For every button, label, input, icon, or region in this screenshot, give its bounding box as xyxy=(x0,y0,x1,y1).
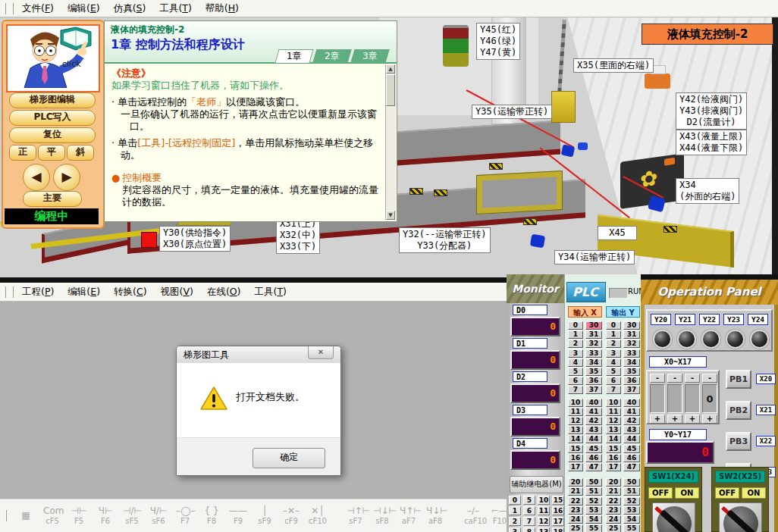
toolbar-grip[interactable] xyxy=(5,510,7,521)
plc-input-cell-37[interactable]: 37 xyxy=(585,386,602,394)
menubar-grip[interactable] xyxy=(10,286,14,298)
plc-input-cell-30[interactable]: 30 xyxy=(585,321,602,330)
thumbwheel-plus-button[interactable]: + xyxy=(685,415,700,424)
menu-item-s[interactable]: 仿真(S) xyxy=(107,1,153,17)
plc-input-cell-46[interactable]: 46 xyxy=(585,454,602,462)
view-front-button[interactable]: 正 xyxy=(9,145,36,161)
toolbar-cF9-button[interactable]: –✕–cF9 xyxy=(282,506,300,525)
scroll-down-icon[interactable]: ▼ xyxy=(386,211,395,220)
plc-input-cell-20[interactable]: 20 xyxy=(568,478,583,487)
toolbar-sF7-button[interactable]: ⊣↑⊢sF7 xyxy=(347,506,365,525)
plc-input-cell-32[interactable]: 32 xyxy=(585,340,602,348)
plc-input-cell-53[interactable]: 53 xyxy=(585,506,602,515)
thumbwheel-minus-button[interactable]: - xyxy=(667,374,682,383)
plc-input-cell-52[interactable]: 52 xyxy=(585,497,602,505)
rotate-right-button[interactable]: ▶ xyxy=(53,164,80,191)
menu-item-e[interactable]: 编辑(E) xyxy=(61,1,107,17)
plc-input-cell-12[interactable]: 12 xyxy=(568,417,583,425)
plc-input-cell-1[interactable]: 1 xyxy=(568,330,583,339)
menu-item-p[interactable]: 工程(P) xyxy=(15,284,61,300)
toolbar-sF6-button[interactable]: Ч/⊢sF6 xyxy=(149,506,168,525)
plc-input-cell-0[interactable]: 0 xyxy=(568,321,583,330)
plc-input-cell-43[interactable]: 43 xyxy=(585,426,602,434)
menu-item-t[interactable]: 工具(T) xyxy=(248,284,293,300)
toolbar-sF5-button[interactable]: ⊣/⊢sF5 xyxy=(123,506,141,525)
lesson-scrollbar[interactable]: ▲ ▼ xyxy=(385,64,396,220)
menu-item-o[interactable]: 在线(O) xyxy=(200,284,248,300)
plc-input-cell-40[interactable]: 40 xyxy=(585,399,602,407)
plc-input-cell-3[interactable]: 3 xyxy=(568,349,583,358)
menu-item-e[interactable]: 编辑(E) xyxy=(61,284,107,300)
ladder-edit-button[interactable]: 梯形图编辑 xyxy=(9,92,96,108)
plc-input-cell-36[interactable]: 36 xyxy=(585,377,602,385)
rotary-knob[interactable] xyxy=(652,502,695,532)
plc-input-cell-15[interactable]: 15 xyxy=(568,445,583,453)
thumbwheel-plus-button[interactable]: + xyxy=(650,415,665,424)
menu-item-t[interactable]: 工具(T) xyxy=(152,1,198,17)
toolbar-sF9-button[interactable]: │sF9 xyxy=(256,506,274,525)
push-button-PB3[interactable]: PB3 xyxy=(726,432,751,451)
teacher-portrait[interactable]: click xyxy=(6,24,100,92)
plc-input-cell-23[interactable]: 23 xyxy=(568,506,583,515)
thumbwheel-minus-button[interactable]: - xyxy=(650,374,665,383)
scroll-up-icon[interactable]: ▲ xyxy=(386,64,395,74)
plc-input-cell-17[interactable]: 17 xyxy=(568,463,583,471)
toolbar-cF5-button[interactable]: ComcF5 xyxy=(43,506,61,525)
plc-input-cell-45[interactable]: 45 xyxy=(585,445,602,453)
plc-input-cell-54[interactable]: 54 xyxy=(585,515,602,524)
plc-input-cell-31[interactable]: 31 xyxy=(585,330,602,339)
rotate-left-button[interactable]: ◀ xyxy=(23,164,50,191)
aux-relay-button[interactable]: 辅助继电器(M) xyxy=(510,476,563,493)
menubar-grip[interactable] xyxy=(2,286,6,298)
toolbar-F8-button[interactable]: { }F8 xyxy=(202,506,221,525)
plc-input-cell-2[interactable]: 2 xyxy=(568,340,583,348)
toolbar-aF8-button[interactable]: Ч↓⊢aF8 xyxy=(426,506,444,525)
plc-input-cell-21[interactable]: 21 xyxy=(568,487,583,496)
toolbar-cF10-button[interactable]: ✕│cF10 xyxy=(309,506,327,525)
rotary-knob[interactable] xyxy=(719,502,762,532)
menu-item-f[interactable]: 文件(F) xyxy=(15,1,61,17)
plc-input-cell-51[interactable]: 51 xyxy=(585,487,602,496)
plc-input-cell-11[interactable]: 11 xyxy=(568,408,583,416)
plc-input-cell-7[interactable]: 7 xyxy=(568,386,583,394)
plc-input-cell-35[interactable]: 35 xyxy=(585,368,602,376)
plc-input-cell-4[interactable]: 4 xyxy=(568,358,583,367)
menubar-grip[interactable] xyxy=(2,3,6,14)
toolbar-aF7-button[interactable]: Ч↑⊢aF7 xyxy=(400,506,418,525)
push-button-PB1[interactable]: PB1 xyxy=(726,370,751,389)
plc-input-cell-47[interactable]: 47 xyxy=(585,463,602,471)
plc-input-cell-10[interactable]: 10 xyxy=(568,399,583,407)
plc-input-cell-34[interactable]: 34 xyxy=(585,358,602,367)
plc-input-cell-55[interactable]: 55 xyxy=(585,524,602,532)
toolbar-F9-button[interactable]: ——F9 xyxy=(229,506,247,525)
dialog-close-button[interactable]: ✕ xyxy=(308,346,334,359)
toolbar-F6-button[interactable]: Ч⊢F6 xyxy=(96,506,115,525)
plc-input-cell-13[interactable]: 13 xyxy=(568,426,583,434)
plc-input-cell-33[interactable]: 33 xyxy=(585,349,602,358)
plc-input-cell-42[interactable]: 42 xyxy=(585,417,602,425)
tab-chapter-3[interactable]: 3章 xyxy=(350,49,389,63)
reset-button[interactable]: 复位 xyxy=(9,127,96,143)
thumbwheel-plus-button[interactable]: + xyxy=(667,415,682,424)
plc-input-cell-16[interactable]: 16 xyxy=(568,454,583,462)
push-button-PB2[interactable]: PB2 xyxy=(726,401,751,420)
dialog-ok-button[interactable]: 确定 xyxy=(253,448,325,468)
tab-chapter-2[interactable]: 2章 xyxy=(312,49,351,63)
plc-input-cell-14[interactable]: 14 xyxy=(568,435,583,443)
view-angle-button[interactable]: 斜 xyxy=(67,145,94,161)
menu-item-v[interactable]: 视图(V) xyxy=(154,284,200,300)
scroll-thumb[interactable] xyxy=(386,74,395,106)
plc-input-cell-5[interactable]: 5 xyxy=(568,368,583,376)
menubar-grip[interactable] xyxy=(10,3,14,14)
thumbwheel-minus-button[interactable]: - xyxy=(685,374,700,383)
plc-input-cell-22[interactable]: 22 xyxy=(568,497,583,505)
toolbar-caF10-button[interactable]: –∕–caF10 xyxy=(464,506,482,525)
plc-input-cell-50[interactable]: 50 xyxy=(585,478,602,487)
thumbwheel-minus-button[interactable]: - xyxy=(702,374,717,383)
plc-input-cell-44[interactable]: 44 xyxy=(585,435,602,443)
plc-input-cell-6[interactable]: 6 xyxy=(568,377,583,385)
main-view-button[interactable]: 主要 xyxy=(23,191,82,207)
menu-item-c[interactable]: 转换(C) xyxy=(107,284,154,300)
toolbar-sF8-button[interactable]: ⊣↓⊢sF8 xyxy=(373,506,391,525)
toolbar-icon-button[interactable]: ▦ xyxy=(17,511,35,521)
